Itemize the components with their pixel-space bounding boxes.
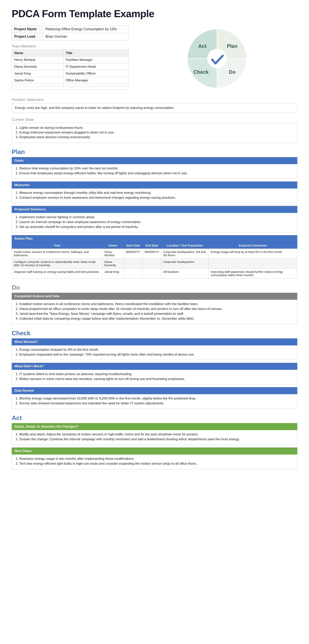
team-table: Name Title Henry McNealFacilities Manage… xyxy=(12,50,129,90)
check-worked-section: What Worked? Energy consumption dropped … xyxy=(12,338,297,360)
list-item: Test new energy-efficient light bulbs in… xyxy=(19,462,294,466)
list-item: Ensure that employees adopt energy-effic… xyxy=(19,171,294,175)
adopt-list: Modify and retest: Adjust the sensitivit… xyxy=(19,432,294,441)
solutions-content: Implement motion-sensor lighting in comm… xyxy=(12,213,297,232)
action-plan-cell-outcomes xyxy=(209,258,297,268)
act-title: Act xyxy=(12,414,297,422)
current-state-label: Current State xyxy=(12,118,297,122)
action-plan-col-header: Start Date xyxy=(124,242,143,248)
check-data-section: Data Review Monthly energy usage decreas… xyxy=(12,387,297,409)
list-item: Employees responded well to the campaign… xyxy=(19,353,294,356)
action-plan-cell-location: All locations xyxy=(161,268,209,278)
list-item: Energy-intensive equipment remains plugg… xyxy=(19,130,294,134)
action-plan-cell-owner: Diana Kennedy xyxy=(102,258,124,268)
solutions-header: Proposed Solutions xyxy=(12,206,297,213)
pdca-circle: Act Plan Check Do xyxy=(184,25,250,92)
team-cell: Jamal King xyxy=(12,70,63,77)
what-didnt-list: IT systems failed to shut down printers … xyxy=(19,372,294,381)
problem-statement-text: Energy costs are high, and the company w… xyxy=(12,103,297,113)
pdca-act-label: Act xyxy=(198,43,206,49)
action-plan-table: TaskOwnerStart DateEnd DateLocation / Te… xyxy=(12,242,297,278)
team-cell xyxy=(12,87,63,90)
action-plan-cell-start xyxy=(124,258,143,268)
project-name-row: Project Name Reducing Office Energy Cons… xyxy=(12,26,129,33)
team-col-title: Title xyxy=(63,50,128,56)
list-item: Conduct employee surveys to track awaren… xyxy=(19,196,294,200)
team-cell xyxy=(12,84,63,87)
list-item: Reduce total energy consumption by 15% o… xyxy=(19,166,294,170)
action-plan-cell-end xyxy=(143,258,161,268)
check-title: Check xyxy=(12,330,297,337)
action-plan-col-header: Task xyxy=(12,242,103,248)
action-plan-cell-location: Corporate headquarters, 3rd and 4th floo… xyxy=(161,248,209,258)
what-worked-header: What Worked? xyxy=(12,338,297,346)
completed-content: Installed motion sensors in all conferen… xyxy=(12,300,297,324)
team-cell: Diana Kennedy xyxy=(12,64,63,70)
adopt-content: Modify and retest: Adjust the sensitivit… xyxy=(12,430,297,445)
act-next-section: Next Steps Reassess energy usage in two … xyxy=(12,448,297,469)
next-steps-header: Next Steps xyxy=(12,448,297,454)
list-item: Launch an internal campaign to raise emp… xyxy=(19,220,294,224)
do-completed-section: Completed Actions and Data Installed mot… xyxy=(12,293,297,324)
list-item: IT systems failed to shut down printers … xyxy=(19,372,294,376)
check-didnt-section: What Didn't Work? IT systems failed to s… xyxy=(12,363,297,384)
what-worked-list: Energy consumption dropped by 8% in the … xyxy=(19,348,294,356)
action-plan-cell-outcomes: Improving staff awareness should further… xyxy=(209,268,297,278)
plan-goals-section: Goals Reduce total energy consumption by… xyxy=(12,157,297,179)
table-row: Install motion sensors in conference roo… xyxy=(12,248,297,258)
action-plan-cell-owner: Jamal King xyxy=(102,268,124,278)
action-plan-header: Action Plan xyxy=(12,235,297,242)
measures-header: Measures xyxy=(12,182,297,188)
solutions-list: Implement motion-sensor lighting in comm… xyxy=(19,215,294,229)
team-cell: Sustainability Officer xyxy=(63,70,128,77)
project-lead-value: Brian Gorman xyxy=(43,33,129,40)
pdca-check-label: Check xyxy=(193,69,209,75)
project-lead-row: Project Lead Brian Gorman xyxy=(12,33,129,40)
goals-content: Reduce total energy consumption by 15% o… xyxy=(12,164,297,179)
list-item: Installed motion sensors in all conferen… xyxy=(19,302,294,306)
team-body: Henry McNealFacilities ManagerDiana Kenn… xyxy=(12,56,129,90)
list-item: Motion sensors in some rooms were too se… xyxy=(19,377,294,381)
do-title: Do xyxy=(12,284,297,291)
goals-list: Reduce total energy consumption by 15% o… xyxy=(19,166,294,175)
team-row: Jamal KingSustainability Officer xyxy=(12,70,129,77)
data-review-header: Data Review xyxy=(12,387,297,394)
action-plan-cell-owner: Henry McNeal xyxy=(102,248,124,258)
team-row: Henry McNealFacilities Manager xyxy=(12,56,129,64)
list-item: Sustain the change: Continue the interna… xyxy=(19,437,294,441)
adopt-header: Adopt, Adapt, or Abandon the Changes? xyxy=(12,423,297,430)
team-cell: IT Department Head xyxy=(63,64,128,70)
team-row xyxy=(12,84,129,87)
action-plan-cell-location: Corporate headquarters xyxy=(161,258,209,268)
list-item: Measure energy consumption through month… xyxy=(19,191,294,195)
svg-point-2 xyxy=(207,49,227,68)
list-item: Employees leave devices running unnecess… xyxy=(19,135,294,139)
team-cell xyxy=(63,84,128,87)
project-name-value: Reducing Office Energy Consumption by 15… xyxy=(43,26,129,33)
list-item: Modify and retest: Adjust the sensitivit… xyxy=(19,432,294,436)
measures-list: Measure energy consumption through month… xyxy=(19,191,294,200)
next-steps-content: Reassess energy usage in two months afte… xyxy=(12,454,297,469)
data-review-content: Monthly energy usage decreased from 10,0… xyxy=(12,394,297,409)
action-plan-cell-task: Organize staff training on energy-saving… xyxy=(12,268,103,278)
team-row xyxy=(12,87,129,90)
completed-list: Installed motion sensors in all conferen… xyxy=(19,302,294,321)
top-section: Project Name Reducing Office Energy Cons… xyxy=(12,25,297,92)
action-plan-cell-outcomes: Energy usage will drop by at least 5% in… xyxy=(209,248,297,258)
problem-statement-label: Problem Statement xyxy=(12,98,297,102)
list-item: Collected initial data by comparing ener… xyxy=(19,317,294,321)
list-item: Reassess energy usage in two months afte… xyxy=(19,457,294,461)
plan-solutions-section: Proposed Solutions Implement motion-sens… xyxy=(12,206,297,232)
team-cell xyxy=(63,87,128,90)
table-row: Organize staff training on energy-saving… xyxy=(12,268,297,278)
action-plan-col-header: End Date xyxy=(143,242,161,248)
team-col-name: Name xyxy=(12,50,63,56)
current-state-list: Lights remain on during nonbusiness hour… xyxy=(19,126,294,139)
page-title: PDCA Form Template Example xyxy=(12,8,297,20)
what-worked-content: Energy consumption dropped by 8% in the … xyxy=(12,346,297,360)
action-plan-cell-task: Install motion sensors in conference roo… xyxy=(12,248,103,258)
action-plan-cell-end: MM/DD/YY xyxy=(143,248,161,258)
team-cell: Sasha Petrov xyxy=(12,77,63,84)
project-lead-label: Project Lead xyxy=(12,33,43,40)
team-header-row: Name Title xyxy=(12,50,129,56)
